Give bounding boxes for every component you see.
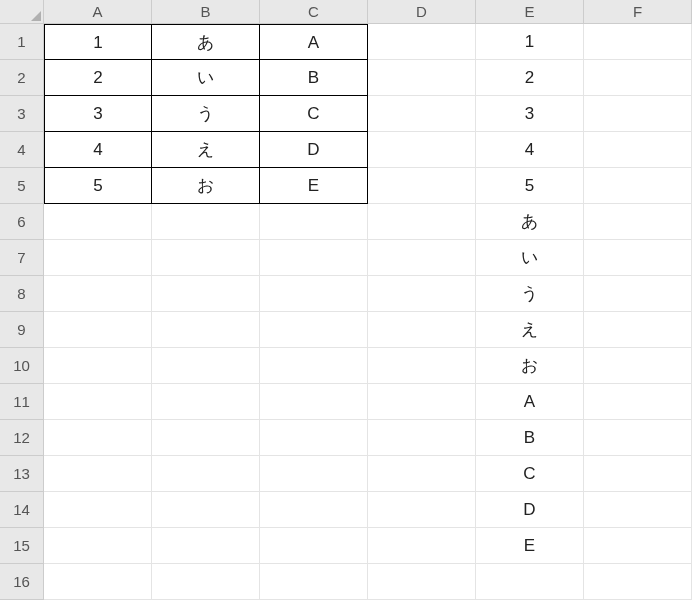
cell-C13[interactable]	[260, 456, 368, 492]
cell-C16[interactable]	[260, 564, 368, 600]
cell-B9[interactable]	[152, 312, 260, 348]
cell-E8[interactable]: う	[476, 276, 584, 312]
row-header-15[interactable]: 15	[0, 528, 44, 564]
cell-C15[interactable]	[260, 528, 368, 564]
cell-B6[interactable]	[152, 204, 260, 240]
cell-D11[interactable]	[368, 384, 476, 420]
cell-F5[interactable]	[584, 168, 692, 204]
cell-A12[interactable]	[44, 420, 152, 456]
row-header-9[interactable]: 9	[0, 312, 44, 348]
cell-D13[interactable]	[368, 456, 476, 492]
cell-A15[interactable]	[44, 528, 152, 564]
column-header-E[interactable]: E	[476, 0, 584, 24]
cell-B12[interactable]	[152, 420, 260, 456]
cell-C4[interactable]: D	[260, 132, 368, 168]
cell-B11[interactable]	[152, 384, 260, 420]
cell-F16[interactable]	[584, 564, 692, 600]
cell-D16[interactable]	[368, 564, 476, 600]
column-header-A[interactable]: A	[44, 0, 152, 24]
cell-E9[interactable]: え	[476, 312, 584, 348]
cell-F11[interactable]	[584, 384, 692, 420]
cell-D8[interactable]	[368, 276, 476, 312]
cell-D2[interactable]	[368, 60, 476, 96]
cell-F1[interactable]	[584, 24, 692, 60]
cell-C12[interactable]	[260, 420, 368, 456]
cell-E11[interactable]: A	[476, 384, 584, 420]
cell-E15[interactable]: E	[476, 528, 584, 564]
cell-B10[interactable]	[152, 348, 260, 384]
row-header-3[interactable]: 3	[0, 96, 44, 132]
cell-C6[interactable]	[260, 204, 368, 240]
row-header-12[interactable]: 12	[0, 420, 44, 456]
cell-F7[interactable]	[584, 240, 692, 276]
row-header-1[interactable]: 1	[0, 24, 44, 60]
cell-E16[interactable]	[476, 564, 584, 600]
cell-F13[interactable]	[584, 456, 692, 492]
cell-A8[interactable]	[44, 276, 152, 312]
cell-F4[interactable]	[584, 132, 692, 168]
cell-C14[interactable]	[260, 492, 368, 528]
cell-B3[interactable]: う	[152, 96, 260, 132]
cell-D6[interactable]	[368, 204, 476, 240]
cell-F6[interactable]	[584, 204, 692, 240]
cell-E13[interactable]: C	[476, 456, 584, 492]
cell-D10[interactable]	[368, 348, 476, 384]
column-header-F[interactable]: F	[584, 0, 692, 24]
cell-D15[interactable]	[368, 528, 476, 564]
cell-A10[interactable]	[44, 348, 152, 384]
cell-E2[interactable]: 2	[476, 60, 584, 96]
column-header-D[interactable]: D	[368, 0, 476, 24]
cell-D9[interactable]	[368, 312, 476, 348]
cell-A13[interactable]	[44, 456, 152, 492]
cell-C1[interactable]: A	[260, 24, 368, 60]
cell-E4[interactable]: 4	[476, 132, 584, 168]
column-header-C[interactable]: C	[260, 0, 368, 24]
cell-A1[interactable]: 1	[44, 24, 152, 60]
cell-C10[interactable]	[260, 348, 368, 384]
cell-C3[interactable]: C	[260, 96, 368, 132]
cell-F2[interactable]	[584, 60, 692, 96]
cell-E1[interactable]: 1	[476, 24, 584, 60]
cell-E6[interactable]: あ	[476, 204, 584, 240]
column-header-B[interactable]: B	[152, 0, 260, 24]
cell-F14[interactable]	[584, 492, 692, 528]
cell-A2[interactable]: 2	[44, 60, 152, 96]
row-header-7[interactable]: 7	[0, 240, 44, 276]
cell-A4[interactable]: 4	[44, 132, 152, 168]
row-header-14[interactable]: 14	[0, 492, 44, 528]
cell-F8[interactable]	[584, 276, 692, 312]
cell-D1[interactable]	[368, 24, 476, 60]
cell-B2[interactable]: い	[152, 60, 260, 96]
row-header-11[interactable]: 11	[0, 384, 44, 420]
cell-D3[interactable]	[368, 96, 476, 132]
cell-A3[interactable]: 3	[44, 96, 152, 132]
cell-F10[interactable]	[584, 348, 692, 384]
cell-D14[interactable]	[368, 492, 476, 528]
cell-C8[interactable]	[260, 276, 368, 312]
row-header-4[interactable]: 4	[0, 132, 44, 168]
row-header-6[interactable]: 6	[0, 204, 44, 240]
row-header-16[interactable]: 16	[0, 564, 44, 600]
cell-B16[interactable]	[152, 564, 260, 600]
cell-B15[interactable]	[152, 528, 260, 564]
cell-E3[interactable]: 3	[476, 96, 584, 132]
cell-E12[interactable]: B	[476, 420, 584, 456]
select-all-corner[interactable]	[0, 0, 44, 24]
cell-B8[interactable]	[152, 276, 260, 312]
row-header-8[interactable]: 8	[0, 276, 44, 312]
cell-A5[interactable]: 5	[44, 168, 152, 204]
cell-F3[interactable]	[584, 96, 692, 132]
row-header-2[interactable]: 2	[0, 60, 44, 96]
cell-E5[interactable]: 5	[476, 168, 584, 204]
cell-D12[interactable]	[368, 420, 476, 456]
cell-D7[interactable]	[368, 240, 476, 276]
cell-B5[interactable]: お	[152, 168, 260, 204]
cell-E10[interactable]: お	[476, 348, 584, 384]
cell-A9[interactable]	[44, 312, 152, 348]
cell-C2[interactable]: B	[260, 60, 368, 96]
cell-E14[interactable]: D	[476, 492, 584, 528]
cell-A16[interactable]	[44, 564, 152, 600]
cell-D4[interactable]	[368, 132, 476, 168]
cell-B7[interactable]	[152, 240, 260, 276]
spreadsheet-grid[interactable]: ABCDEF11あA122いB233うC344えD455おE56あ7い8う9え1…	[0, 0, 694, 600]
